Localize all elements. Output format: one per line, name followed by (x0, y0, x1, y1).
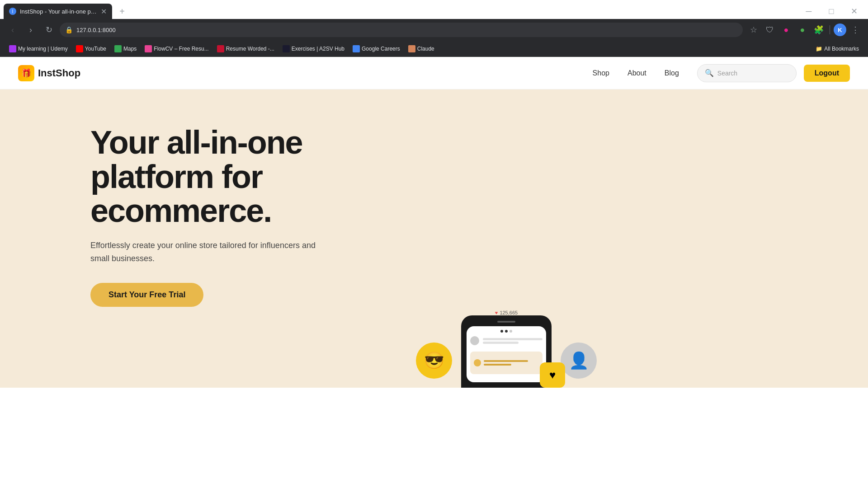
address-bar[interactable]: 🔒 127.0.0.1:8000 (60, 23, 743, 37)
bookmark-udemy[interactable]: My learning | Udemy (5, 43, 71, 54)
logo-emoji: 🎁 (21, 68, 31, 78)
bookmark-youtube[interactable]: YouTube (72, 43, 110, 54)
profile-button[interactable]: K (834, 23, 846, 36)
bookmark-maps[interactable]: Maps (111, 43, 140, 54)
divider (830, 25, 830, 34)
minimize-button[interactable]: ─ (798, 4, 819, 19)
youtube-favicon (76, 45, 83, 52)
window-controls: ─ □ ✕ (798, 4, 864, 19)
bookmark-a2sv[interactable]: Exercises | A2SV Hub (279, 43, 348, 54)
bookmark-resume[interactable]: Resume Worded -... (213, 43, 278, 54)
emoji-face: 😎 (416, 343, 452, 379)
search-placeholder: Search (717, 70, 737, 77)
tab-favicon: I (9, 8, 16, 15)
bookmark-claude[interactable]: Claude (405, 43, 438, 54)
heart-icon: ♥ (495, 310, 498, 315)
emoji-icon: 😎 (424, 351, 444, 370)
card-circle (474, 359, 481, 366)
search-icon: 🔍 (705, 69, 714, 77)
new-tab-button[interactable]: + (116, 5, 128, 18)
phone-dot (509, 330, 512, 333)
bookmark-folder-icon: 📁 (816, 46, 822, 52)
toolbar-actions: ☆ 🛡 ● ● 🧩 K ⋮ (746, 23, 863, 37)
user-avatar: 👤 (561, 343, 597, 379)
url-text: 127.0.0.1:8000 (76, 27, 737, 33)
heart-button[interactable]: ♥ (540, 362, 565, 388)
hero-subtitle: Effortlessly create your online store ta… (90, 239, 326, 265)
forward-button[interactable]: › (24, 23, 38, 37)
card-lines (484, 360, 539, 366)
cta-button[interactable]: Start Your Free Trial (90, 283, 203, 307)
bookmark-flowcv[interactable]: FlowCV – Free Resu... (141, 43, 212, 54)
like-count: 125,665 (500, 310, 518, 315)
logo-icon: 🎁 (18, 65, 34, 81)
phone-line (483, 338, 542, 340)
phone-dot (500, 330, 503, 333)
phone-dots (470, 330, 542, 333)
back-button[interactable]: ‹ (5, 23, 20, 37)
close-button[interactable]: ✕ (844, 4, 864, 19)
bookmark-google[interactable]: Google Careers (349, 43, 404, 54)
bookmark-claude-label: Claude (417, 46, 434, 52)
hero-section: Your all-in-one platform for ecommerce. … (0, 89, 868, 388)
all-bookmarks-button[interactable]: 📁 All Bookmarks (812, 44, 863, 54)
phone-line-short (483, 342, 519, 344)
bookmark-udemy-label: My learning | Udemy (18, 46, 68, 52)
card-line1 (484, 360, 528, 362)
bookmark-google-label: Google Careers (362, 46, 400, 52)
avatar-line (470, 336, 479, 345)
card-line2 (484, 364, 511, 366)
nav-about[interactable]: About (627, 69, 646, 77)
nav-shop[interactable]: Shop (593, 69, 609, 77)
phone-dot (505, 330, 508, 333)
hero-content: Your all-in-one platform for ecommerce. … (90, 126, 362, 307)
phone-card (470, 352, 542, 374)
maps-favicon (114, 45, 122, 52)
all-bookmarks-label: All Bookmarks (824, 46, 859, 52)
bookmark-youtube-label: YouTube (85, 46, 106, 52)
website: 🎁 InstShop Shop About Blog 🔍 Search Logo… (0, 57, 868, 388)
active-tab[interactable]: I InstShop - Your all-in-one plati... ✕ (4, 4, 112, 19)
extensions-icon[interactable]: 🧩 (811, 23, 826, 37)
phone-wrapper: ♥ 125,665 (461, 315, 552, 388)
nav-links: Shop About Blog (593, 69, 679, 77)
site-logo[interactable]: 🎁 InstShop (18, 65, 80, 81)
bookmark-star-icon[interactable]: ☆ (746, 23, 761, 37)
pink-circle-icon[interactable]: ● (779, 23, 793, 37)
google-favicon (353, 45, 360, 52)
phone-notch (497, 321, 515, 323)
claude-favicon (408, 45, 415, 52)
udemy-favicon (9, 45, 16, 52)
bookmarks-bar: My learning | Udemy YouTube Maps FlowCV … (0, 41, 868, 57)
shield-icon[interactable]: 🛡 (763, 23, 777, 37)
green-circle-icon[interactable]: ● (795, 23, 810, 37)
site-nav: 🎁 InstShop Shop About Blog 🔍 Search Logo… (0, 57, 868, 89)
resume-favicon (217, 45, 224, 52)
tab-close-button[interactable]: ✕ (101, 7, 107, 16)
lock-icon: 🔒 (65, 26, 73, 33)
flowcv-favicon (145, 45, 152, 52)
logo-text: InstShop (38, 67, 80, 79)
search-box[interactable]: 🔍 Search (697, 64, 797, 82)
refresh-button[interactable]: ↻ (42, 23, 56, 37)
user-icon: 👤 (569, 351, 589, 370)
logout-button[interactable]: Logout (804, 65, 850, 82)
bookmark-maps-label: Maps (123, 46, 137, 52)
hero-illustration: 😎 ♥ 125,665 (416, 315, 597, 388)
hero-title: Your all-in-one platform for ecommerce. (90, 126, 362, 228)
bookmark-a2sv-label: Exercises | A2SV Hub (292, 46, 344, 52)
phone-mockup (461, 315, 552, 388)
browser-chrome: I InstShop - Your all-in-one plati... ✕ … (0, 0, 868, 57)
nav-blog[interactable]: Blog (665, 69, 679, 77)
bookmark-flowcv-label: FlowCV – Free Resu... (154, 46, 208, 52)
menu-icon[interactable]: ⋮ (848, 23, 863, 37)
bookmark-resume-label: Resume Worded -... (226, 46, 274, 52)
a2sv-favicon (283, 45, 290, 52)
maximize-button[interactable]: □ (821, 4, 842, 19)
tab-title: InstShop - Your all-in-one plati... (20, 8, 97, 15)
phone-screen (467, 326, 546, 382)
